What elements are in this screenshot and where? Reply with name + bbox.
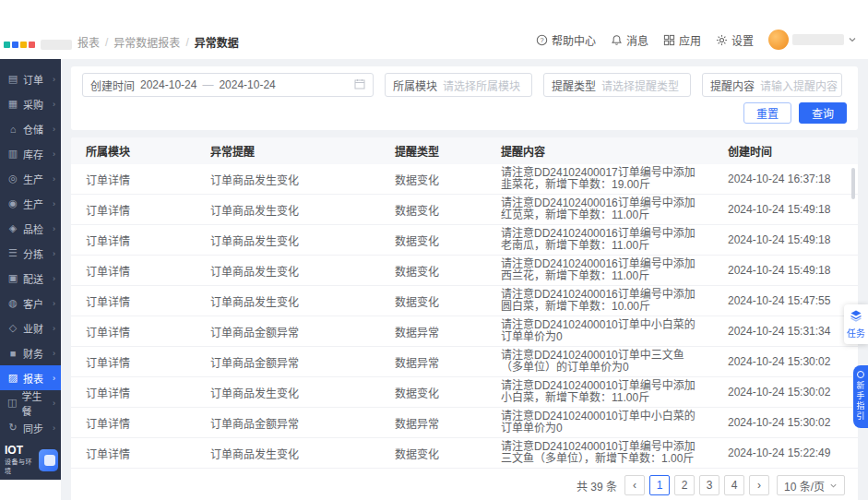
settings-label: 设置: [731, 32, 754, 48]
sidebar-item-icon: ◈: [7, 222, 18, 234]
account-menu[interactable]: [768, 30, 857, 50]
table-scrollbar[interactable]: [851, 168, 855, 199]
settings-button[interactable]: 设置: [716, 32, 754, 48]
sidebar-item[interactable]: ◎ 生产 ›: [0, 166, 61, 191]
apps-button[interactable]: 应用: [663, 32, 701, 48]
table-row[interactable]: 订单详情 订单商品金额异常 数据异常 请注意DD24102400010订单中三文…: [71, 347, 858, 377]
cell-time: 2024-10-24 15:22:49: [713, 446, 858, 459]
cell-content: 请注意DD24102400010订单中三文鱼（多单位）的订单单价为0: [486, 347, 713, 376]
sidebar-item[interactable]: ▣ 配送 ›: [0, 266, 61, 291]
column-header-content: 提醒内容: [486, 143, 713, 159]
cell-time: 2024-10-24 15:30:02: [713, 416, 858, 429]
search-button[interactable]: 查询: [799, 102, 847, 124]
calendar-icon: [354, 78, 365, 92]
iot-title: IOT: [5, 445, 36, 457]
iot-footer: IOT 设备与环境: [0, 440, 61, 480]
sidebar-item[interactable]: ◫ 学生餐 ›: [0, 390, 61, 415]
cell-time: 2024-10-24 16:37:18: [713, 173, 858, 185]
sidebar-item[interactable]: ■ 财务 ›: [0, 340, 61, 365]
page-button[interactable]: 4: [724, 475, 744, 495]
breadcrumb-current: 异常数据: [195, 34, 239, 50]
sidebar-item[interactable]: ↻ 同步 ›: [0, 415, 61, 440]
top-right-actions: ? 帮助中心 消息 应用 设置: [536, 30, 857, 50]
table-row[interactable]: 订单详情 订单商品发生变化 数据变化 请注意DD24102400010订单编号中…: [71, 377, 858, 408]
cell-alert: 订单商品金额异常: [196, 415, 380, 431]
table-row[interactable]: 订单详情 订单商品发生变化 数据变化 请注意DD24102400016订单编号中…: [71, 256, 858, 286]
messages-label: 消息: [626, 32, 648, 48]
page-button[interactable]: 3: [699, 475, 719, 495]
cell-content: 请注意DD24102400010订单编号中添加三文鱼（多单位），新增下单数：1.…: [486, 438, 713, 468]
table-row[interactable]: 订单详情 订单商品金额异常 数据异常 请注意DD24102400010订单中小白…: [71, 408, 858, 438]
cell-module: 订单详情: [71, 354, 196, 370]
chevron-right-icon: ›: [53, 374, 55, 383]
table-row[interactable]: 订单详情 订单商品发生变化 数据变化 请注意DD24102400017订单编号中…: [71, 164, 858, 195]
module-select[interactable]: 所属模块 请选择所属模块: [385, 73, 532, 97]
logo-tile-teal: [4, 42, 10, 48]
sidebar-item[interactable]: ◉ 生产 ›: [0, 191, 61, 216]
sidebar-item-icon: ▥: [7, 148, 18, 160]
sidebar-item-label: 业财: [23, 321, 43, 336]
cell-type: 数据异常: [380, 415, 486, 431]
messages-button[interactable]: 消息: [611, 32, 648, 48]
sidebar-item[interactable]: ▤ 订单 ›: [0, 66, 61, 91]
sidebar-item-icon: ☰: [7, 247, 18, 259]
sidebar-item[interactable]: ☰ 分拣 ›: [0, 241, 61, 266]
date-end-value[interactable]: 2024-10-24: [219, 78, 275, 91]
table-header-row: 所属模块 异常提醒 提醒类型 提醒内容 创建时间: [71, 137, 858, 164]
help-center-button[interactable]: ? 帮助中心: [536, 32, 596, 48]
breadcrumb-reports[interactable]: 报表: [77, 34, 100, 50]
chevron-down-icon: [829, 482, 838, 490]
page-button[interactable]: 1: [649, 475, 670, 495]
page-button[interactable]: ‹: [624, 475, 645, 495]
cell-type: 数据变化: [380, 172, 486, 187]
sidebar: ▤ 订单 › ▦ 采购 › ⌂ 仓储 › ▥ 库存 › ◎ 生产: [0, 59, 61, 480]
chevron-right-icon: ›: [53, 423, 55, 433]
cell-time: 2024-10-24 15:49:18: [713, 264, 858, 277]
apps-label: 应用: [679, 32, 701, 48]
filter-panel: 创建时间 2024-10-24 — 2024-10-24 所属模块 请选择所属模…: [71, 66, 858, 130]
date-start-value[interactable]: 2024-10-24: [140, 78, 196, 91]
table-row[interactable]: 订单详情 订单商品金额异常 数据异常 请注意DD24102400010订单中小白…: [71, 316, 858, 347]
sidebar-item-label: 生产: [23, 172, 43, 186]
chevron-right-icon: ›: [53, 224, 55, 233]
iot-device-icon[interactable]: [39, 449, 58, 471]
sidebar-item-label: 同步: [23, 421, 43, 435]
help-icon: ?: [536, 34, 548, 46]
guide-floating-tab[interactable]: 新手指引: [853, 365, 868, 428]
task-layers-icon: [850, 309, 862, 324]
sidebar-item[interactable]: ◈ 品检 ›: [0, 216, 61, 241]
sidebar-item[interactable]: ◇ 业财 ›: [0, 315, 61, 340]
sidebar-item[interactable]: ▥ 库存 ›: [0, 141, 61, 166]
cell-content: 请注意DD24102400017订单编号中添加韭菜花，新增下单数：19.00斤: [486, 164, 713, 194]
table-row[interactable]: 订单详情 订单商品发生变化 数据变化 请注意DD24102400010订单编号中…: [71, 438, 858, 469]
cell-module: 订单详情: [71, 415, 196, 431]
cell-time: 2024-10-24 15:49:18: [713, 203, 858, 216]
page-size-select[interactable]: 10 条/页: [777, 475, 845, 495]
sidebar-item-label: 分拣: [23, 246, 43, 261]
cell-type: 数据变化: [380, 446, 486, 461]
table-row[interactable]: 订单详情 订单商品发生变化 数据变化 请注意DD24102400016订单编号中…: [71, 286, 858, 316]
sidebar-item[interactable]: ▦ 采购 ›: [0, 91, 61, 116]
task-floating-button[interactable]: 任务: [844, 304, 868, 344]
create-time-range-picker[interactable]: 创建时间 2024-10-24 — 2024-10-24: [82, 73, 374, 97]
filter-actions: 重置 查询: [82, 102, 847, 124]
alert-content-label: 提醒内容: [710, 77, 755, 93]
cell-content: 请注意DD24102400010订单中小白菜的订单单价为0: [486, 408, 713, 437]
reset-button[interactable]: 重置: [743, 102, 791, 124]
page-button[interactable]: 2: [674, 475, 695, 495]
alert-type-select[interactable]: 提醒类型 请选择提醒类型: [543, 73, 691, 97]
cell-type: 数据变化: [380, 385, 486, 400]
table-row[interactable]: 订单详情 订单商品发生变化 数据变化 请注意DD24102400016订单编号中…: [71, 195, 858, 225]
iot-subtitle: 设备与环境: [5, 457, 36, 475]
table-footer: 共 39 条 ‹1234› 10 条/页: [71, 469, 858, 500]
sidebar-item[interactable]: ⌂ 仓储 ›: [0, 116, 61, 141]
sidebar-item[interactable]: ◍ 客户 ›: [0, 291, 61, 315]
breadcrumb-abnormal-report[interactable]: 异常数据报表: [113, 34, 180, 50]
total-count: 共 39 条: [577, 478, 617, 494]
chevron-right-icon: ›: [53, 174, 55, 184]
sidebar-item[interactable]: ▨ 报表 ›: [0, 365, 61, 390]
alert-content-input[interactable]: 提醒内容 请输入提醒内容: [702, 73, 842, 97]
page-button[interactable]: ›: [749, 475, 769, 495]
table-row[interactable]: 订单详情 订单商品发生变化 数据变化 请注意DD24102400016订单编号中…: [71, 225, 858, 256]
cell-content: 请注意DD24102400016订单编号中添加老南瓜，新增下单数：11.00斤: [486, 225, 713, 255]
